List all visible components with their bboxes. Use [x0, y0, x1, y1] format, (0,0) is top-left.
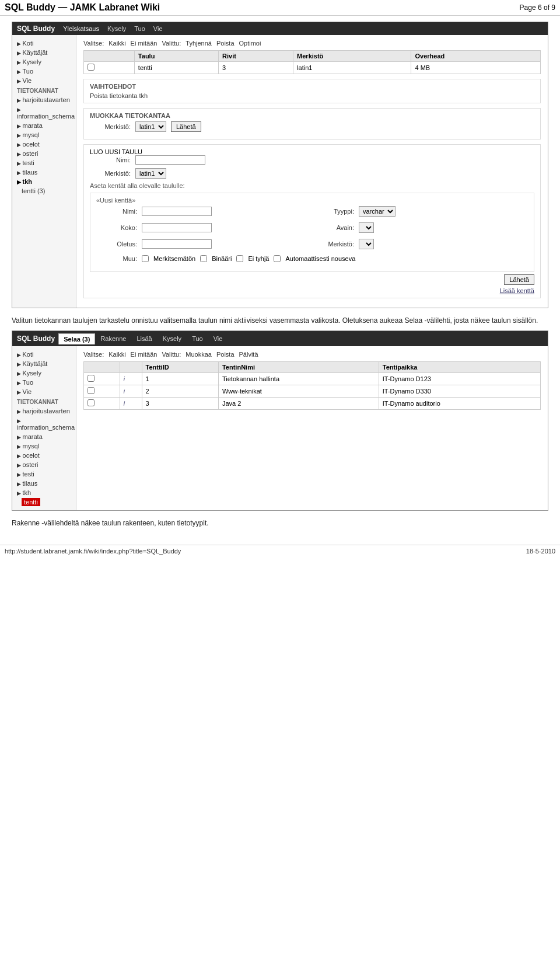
- s2-osteri[interactable]: osteri: [12, 460, 76, 469]
- kentta-merkisto-select[interactable]: [359, 239, 374, 249]
- luo-taulu-title: LUO UUSI TAULU: [90, 148, 534, 155]
- sidebar-koti[interactable]: Koti: [12, 39, 76, 48]
- kentta-koko-input[interactable]: [142, 223, 212, 232]
- s2-sidebar-kysely[interactable]: Kysely: [12, 368, 76, 378]
- nav-tuo[interactable]: Tuo: [134, 25, 145, 32]
- sidebar-information-schema[interactable]: information_schema: [12, 104, 76, 121]
- s2-row2-checkbox[interactable]: [84, 385, 120, 398]
- kentta-merkisto-label: Merkistö:: [313, 241, 354, 248]
- s2-testi[interactable]: testi: [12, 469, 76, 479]
- sidebar-kysely[interactable]: Kysely: [12, 57, 76, 67]
- footer-url[interactable]: http://student.labranet.jamk.fi/wiki/ind…: [5, 548, 181, 555]
- s2-sidebar-tuo[interactable]: Tuo: [12, 378, 76, 387]
- s2-row1-id: 1: [142, 373, 218, 385]
- merkisto-select[interactable]: latin1: [135, 121, 166, 132]
- tab-lisaa[interactable]: Lisää: [131, 333, 157, 344]
- lisaa-kentta-link[interactable]: Lisää kenttä: [90, 287, 534, 294]
- s2-col-tentipaikka: Tentipaikka: [379, 362, 540, 373]
- s2-row2-icon[interactable]: i: [120, 385, 142, 398]
- row-taulu[interactable]: tentti: [134, 62, 218, 74]
- luo-merkisto-row: Merkistö: latin1: [90, 168, 534, 179]
- s2-marata[interactable]: marata: [12, 432, 76, 441]
- valitse-kaikki[interactable]: Kaikki: [108, 40, 125, 47]
- s2-tentti-active[interactable]: tentti: [12, 497, 76, 507]
- valitse-ei-mitaan[interactable]: Ei mitään: [131, 40, 158, 47]
- sidebar-mysql[interactable]: mysql: [12, 130, 76, 140]
- cb-binaari[interactable]: [200, 255, 207, 262]
- page-footer: http://student.labranet.jamk.fi/wiki/ind…: [0, 545, 560, 557]
- sidebar-harjoitustavarten[interactable]: harjoitustavarten: [12, 95, 76, 104]
- checkboxes-row: Merkitsemätön Binääri Ei tyhjä Automaatt…: [142, 255, 355, 262]
- action-optimoi[interactable]: Optimoi: [239, 40, 261, 47]
- poista-tietokanta[interactable]: Poista tietokanta tkh: [90, 92, 534, 99]
- tab-kysely[interactable]: Kysely: [158, 333, 187, 344]
- s2-tilaus[interactable]: tilaus: [12, 479, 76, 488]
- sidebar-tentti[interactable]: tentti (3): [12, 186, 76, 196]
- s2-ocelot[interactable]: ocelot: [12, 451, 76, 460]
- sidebar-ocelot[interactable]: ocelot: [12, 140, 76, 149]
- nav-vie[interactable]: Vie: [153, 25, 163, 32]
- row-merkisto: latin1: [293, 62, 411, 74]
- sidebar-vie[interactable]: Vie: [12, 76, 76, 85]
- luo-laheta-btn[interactable]: Lähetä: [504, 274, 534, 285]
- tab-tuo[interactable]: Tuo: [187, 333, 208, 344]
- action-tyhjenna[interactable]: Tyhjennä: [186, 40, 212, 47]
- sidebar-tuo[interactable]: Tuo: [12, 67, 76, 76]
- s2-row1-icon[interactable]: i: [120, 373, 142, 385]
- tab-selaa[interactable]: Selaa (3): [58, 333, 95, 344]
- s2-mysql[interactable]: mysql: [12, 441, 76, 451]
- row-rivit: 3: [219, 62, 293, 74]
- sidebar-testi[interactable]: testi: [12, 158, 76, 168]
- s2-row1-paikka: IT-Dynamo D123: [379, 373, 540, 385]
- s2-tkh[interactable]: tkh: [12, 488, 76, 497]
- kentta-tyyppi-select[interactable]: varchar: [359, 206, 396, 217]
- field-grid: Nimi: Tyyppi: varchar Koko:: [96, 206, 528, 253]
- s2-action-muokkaa[interactable]: Muokkaa: [186, 351, 212, 358]
- kentta-nimi-input[interactable]: [142, 207, 212, 216]
- tentti-active-box[interactable]: tentti: [22, 498, 40, 506]
- sidebar-tilaus[interactable]: tilaus: [12, 168, 76, 177]
- s2-row3-icon[interactable]: i: [120, 398, 142, 410]
- nav-kysely[interactable]: Kysely: [107, 25, 126, 32]
- kentta-tyyppi-row: Tyyppi: varchar: [313, 206, 528, 217]
- action-poista[interactable]: Poista: [216, 40, 235, 47]
- kentta-avain-select[interactable]: [359, 222, 374, 233]
- kentta-oletus-input[interactable]: [142, 239, 212, 249]
- s2-row1-checkbox[interactable]: [84, 373, 120, 385]
- muokkaa-laheta-btn[interactable]: Lähetä: [171, 121, 201, 132]
- cb-automaattisesti[interactable]: [274, 255, 281, 262]
- luo-taulu-section: LUO UUSI TAULU Nimi: Merkistö: latin1 As…: [83, 144, 541, 298]
- kentta-merkisto-row: Merkistö:: [313, 239, 528, 249]
- s2-action-palvita[interactable]: Pälvitä: [239, 351, 258, 358]
- s2-sidebar-kayttajat[interactable]: Käyttäjät: [12, 359, 76, 368]
- tab-vie[interactable]: Vie: [208, 333, 228, 344]
- row-checkbox[interactable]: [84, 62, 135, 74]
- cb-merkitsematon[interactable]: [142, 255, 149, 262]
- second-app-body: Koti Käyttäjät Kysely Tuo Vie TIETOKANNA…: [12, 346, 548, 510]
- desc-text-2: Rakenne -välilehdeltä näkee taulun raken…: [12, 519, 548, 527]
- muokkaa-section: MUOKKAA TIETOKANTAA Merkistö: latin1 Läh…: [83, 108, 541, 140]
- nimi-input[interactable]: [135, 155, 205, 165]
- sidebar-section-tietokannat: TIETOKANNAT: [12, 85, 76, 95]
- s2-information-schema[interactable]: information_schema: [12, 416, 76, 432]
- s2-valitse-ei-mitaan[interactable]: Ei mitään: [131, 351, 158, 358]
- s2-row2-nimi: Www-teknikat: [218, 385, 379, 398]
- s2-sidebar-vie[interactable]: Vie: [12, 387, 76, 396]
- luo-merkisto-select[interactable]: latin1: [135, 168, 166, 179]
- s2-action-poista[interactable]: Poista: [216, 351, 235, 358]
- s2-valitse-kaikki[interactable]: Kaikki: [108, 351, 125, 358]
- sidebar-tkh[interactable]: tkh: [12, 177, 76, 186]
- muu-label: Muu:: [96, 255, 137, 262]
- sidebar-kayttajat[interactable]: Käyttäjät: [12, 48, 76, 57]
- sidebar-osteri[interactable]: osteri: [12, 149, 76, 158]
- cb-ei-tyhja[interactable]: [236, 255, 243, 262]
- s2-select-bar: Valitse: Kaikki Ei mitään Valittu: Muokk…: [83, 351, 541, 358]
- nav-yleiskatsaus[interactable]: Yleiskatsaus: [63, 25, 99, 32]
- s2-row3-checkbox[interactable]: [84, 398, 120, 410]
- sidebar-marata[interactable]: marata: [12, 121, 76, 130]
- kentta-koko-label: Koko:: [96, 224, 137, 231]
- s2-sidebar-koti[interactable]: Koti: [12, 350, 76, 359]
- main-content: SQL Buddy Yleiskatsaus Kysely Tuo Vie Ko…: [0, 16, 560, 539]
- tab-rakenne[interactable]: Rakenne: [95, 333, 131, 344]
- s2-harjoitustavarten[interactable]: harjoitustavarten: [12, 406, 76, 416]
